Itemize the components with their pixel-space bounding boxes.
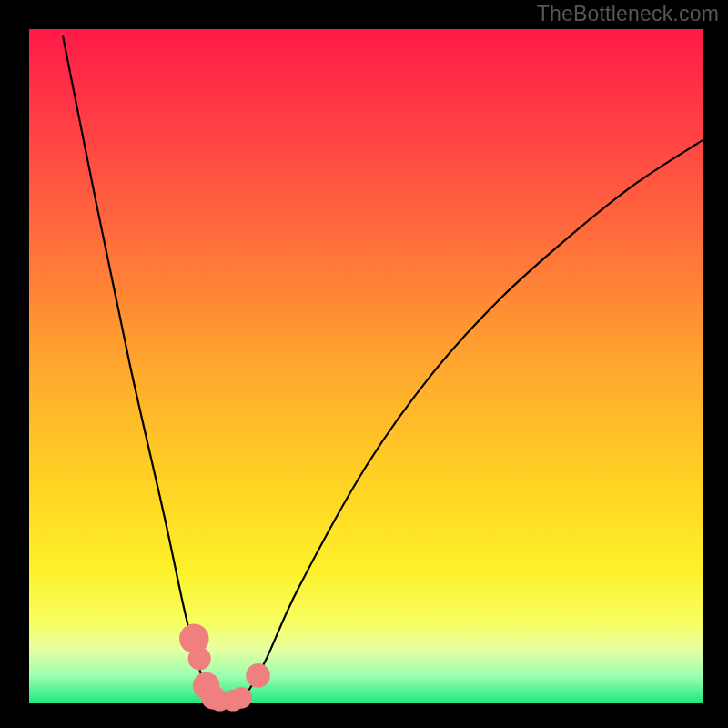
chart-svg <box>0 0 728 728</box>
marker-g <box>230 687 252 709</box>
bottleneck-chart: TheBottleneck.com <box>0 0 728 728</box>
attribution-watermark: TheBottleneck.com <box>537 2 719 26</box>
marker-h <box>246 663 270 688</box>
marker-b <box>188 647 211 670</box>
